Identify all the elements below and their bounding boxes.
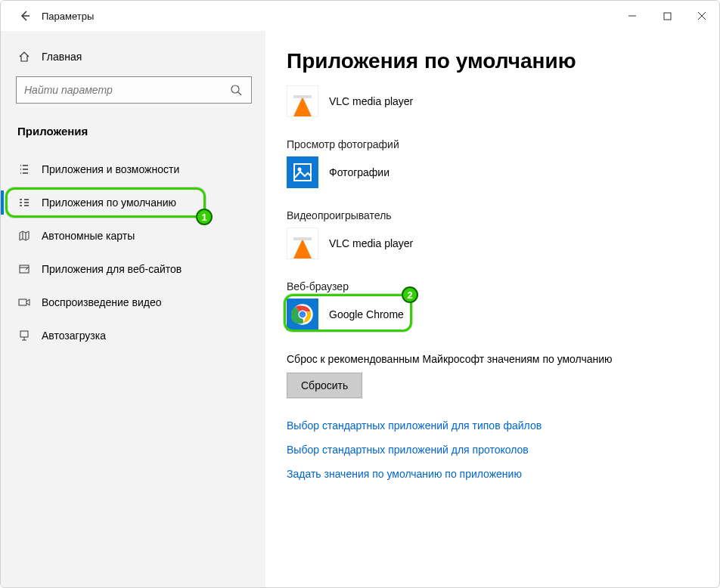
maximize-button[interactable] [650,1,684,31]
default-app-row[interactable]: VLC media player [287,224,422,262]
default-app-row[interactable]: VLC media player [287,82,422,120]
chrome-icon [287,299,318,330]
default-app-row[interactable]: Фотографии [287,153,399,191]
video-icon [17,296,31,309]
default-app-name: Фотографии [329,166,389,178]
reset-button[interactable]: Сбросить [287,373,362,398]
defaults-icon [17,196,31,209]
photos-icon [287,156,318,188]
category-web-browser: Веб-браузер [287,280,698,292]
sidebar-item-offline-maps[interactable]: Автономные карты [1,219,265,252]
category-photos: Просмотр фотографий [287,138,698,150]
vlc-icon [287,227,318,259]
svg-rect-0 [664,13,671,20]
back-button[interactable] [14,5,36,26]
reset-section: Сброс к рекомендованным Майкрософт значе… [287,353,698,398]
svg-rect-2 [20,265,29,273]
search-icon [228,84,244,96]
map-icon [17,229,31,243]
minimize-button[interactable] [615,1,650,31]
titlebar: Параметры [1,1,719,31]
default-app-name: Google Chrome [329,308,404,320]
home-icon [17,51,31,63]
sidebar-section-title: Приложения [1,120,265,153]
sidebar: Главная Приложения Приложения и возможно… [1,31,265,587]
main-panel: Приложения по умолчанию VLC media player… [265,31,719,587]
sidebar-item-label: Воспроизведение видео [42,296,161,308]
close-button[interactable] [684,1,719,31]
arrow-left-icon [19,10,31,22]
sidebar-item-label: Автономные карты [42,230,135,242]
sidebar-item-label: Приложения для веб-сайтов [42,263,182,275]
sidebar-home-label: Главная [42,51,82,63]
link-file-types[interactable]: Выбор стандартных приложений для типов ф… [287,419,698,432]
link-by-app[interactable]: Задать значения по умолчанию по приложен… [287,468,698,480]
svg-rect-3 [19,299,26,305]
sidebar-item-video-playback[interactable]: Воспроизведение видео [1,286,265,319]
svg-rect-5 [294,164,311,181]
svg-point-6 [298,168,302,172]
default-app-row-browser[interactable]: Google Chrome [287,296,413,333]
maximize-icon [663,12,672,20]
minimize-icon [628,11,637,20]
sidebar-home[interactable]: Главная [1,46,265,76]
links-section: Выбор стандартных приложений для типов ф… [287,419,698,480]
svg-point-1 [231,85,239,93]
sidebar-item-startup[interactable]: Автозагрузка [1,319,265,352]
sidebar-item-label: Приложения и возможности [42,163,179,175]
reset-description: Сброс к рекомендованным Майкрософт значе… [287,353,698,365]
search-input[interactable] [24,84,228,96]
website-apps-icon [17,262,31,276]
search-box[interactable] [16,76,252,104]
list-icon [17,162,31,176]
sidebar-item-apps-for-websites[interactable]: Приложения для веб-сайтов [1,252,265,286]
window-controls [615,1,719,31]
default-app-name: VLC media player [329,95,413,107]
svg-rect-4 [20,331,28,337]
category-video: Видеопроигрыватель [287,209,698,221]
page-heading: Приложения по умолчанию [287,49,698,73]
window-title: Параметры [42,11,94,22]
close-icon [697,11,706,20]
sidebar-item-apps-features[interactable]: Приложения и возможности [1,153,265,186]
link-protocols[interactable]: Выбор стандартных приложений для протоко… [287,444,698,456]
sidebar-item-label: Автозагрузка [42,330,106,342]
vlc-icon [287,85,318,117]
sidebar-item-default-apps[interactable]: Приложения по умолчанию [1,186,265,219]
startup-icon [17,329,31,342]
sidebar-item-label: Приложения по умолчанию [42,197,176,209]
default-app-name: VLC media player [329,237,413,249]
